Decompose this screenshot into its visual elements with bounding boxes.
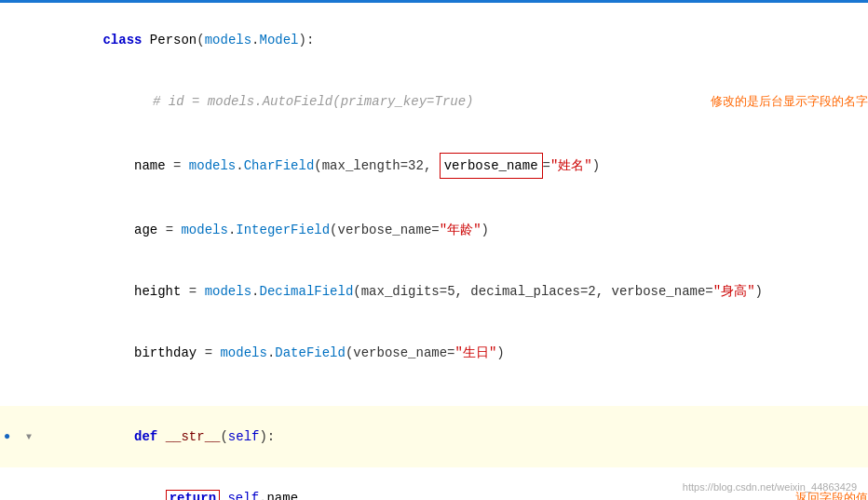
gutter-2: [0, 71, 52, 132]
line-6: birthday = models.DateField(verbose_name…: [0, 322, 868, 384]
line-blank-1: [0, 384, 868, 399]
fold-arrow: ▼: [26, 432, 32, 442]
line-3: name = models.CharField(max_length=32, v…: [0, 132, 868, 199]
verbose-name-box: verbose_name: [440, 153, 543, 179]
code-1: class Person(models.Model):: [56, 9, 868, 71]
code-area: class Person(models.Model): # id = model…: [0, 0, 868, 500]
gutter-1: [0, 9, 52, 71]
code-5: height = models.DecimalField(max_digits=…: [56, 261, 868, 322]
gutter-def: ● ▼: [0, 406, 52, 467]
return-keyword-box: return: [166, 490, 220, 500]
line-4: age = models.IntegerField(verbose_name="…: [0, 199, 868, 261]
line-blank-2: [0, 399, 868, 406]
top-border: [0, 0, 868, 3]
watermark: https://blog.csdn.net/weixin_44863429: [683, 481, 857, 493]
gutter-5: [0, 261, 52, 322]
gutter-4: [0, 199, 52, 261]
code-6: birthday = models.DateField(verbose_name…: [56, 322, 868, 384]
gutter-3: [0, 132, 52, 199]
line-5: height = models.DecimalField(max_digits=…: [0, 261, 868, 322]
line-1: class Person(models.Model):: [0, 9, 868, 71]
code-2: # id = models.AutoField(primary_key=True…: [56, 71, 696, 132]
gutter-6: [0, 322, 52, 384]
cls-person: Person: [150, 33, 197, 47]
code-4: age = models.IntegerField(verbose_name="…: [56, 199, 868, 261]
annotation-2: 修改的是后台显示字段的名字: [711, 93, 868, 110]
line-2: # id = models.AutoField(primary_key=True…: [0, 71, 868, 132]
debug-icon: ●: [4, 430, 10, 443]
code-3: name = models.CharField(max_length=32, v…: [56, 132, 868, 199]
gutter-return: [0, 467, 52, 500]
code-return: return self.name: [56, 467, 780, 500]
kw-class: class: [102, 33, 149, 47]
line-def-str: ● ▼ def __str__(self):: [0, 406, 868, 467]
code-def-str: def __str__(self):: [56, 406, 868, 467]
